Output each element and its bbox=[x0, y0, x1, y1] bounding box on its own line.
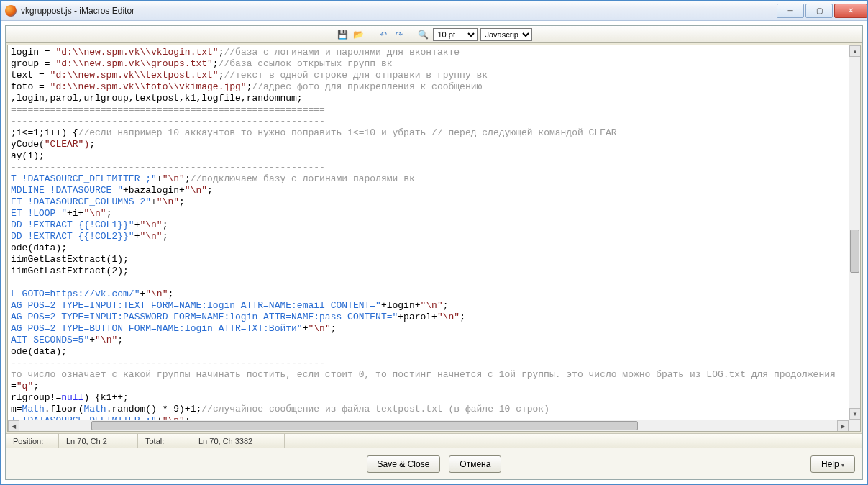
minimize-button[interactable]: ─ bbox=[777, 4, 804, 18]
language-select[interactable]: Javascript bbox=[480, 28, 532, 41]
chevron-down-icon: ▾ bbox=[841, 462, 844, 468]
status-position-label: Position: bbox=[6, 434, 59, 448]
find-icon[interactable]: 🔍 bbox=[417, 28, 430, 41]
horizontal-scrollbar[interactable]: ◀ ▶ bbox=[8, 420, 849, 431]
editor-area[interactable]: login = "d:\\new.spm.vk\\vklogin.txt";//… bbox=[7, 45, 861, 432]
status-total-label: Total: bbox=[138, 434, 191, 448]
status-total-value: Ln 70, Ch 3382 bbox=[191, 434, 285, 448]
scroll-right-arrow[interactable]: ▶ bbox=[837, 420, 849, 432]
scroll-left-arrow[interactable]: ◀ bbox=[8, 420, 19, 432]
code-pane[interactable]: login = "d:\\new.spm.vk\\vklogin.txt";//… bbox=[8, 45, 849, 420]
title-bar: vkgruppost.js - iMacros Editor ─ ▢ ✕ bbox=[1, 1, 867, 21]
vertical-scrollbar[interactable]: ▲ ▼ bbox=[849, 45, 860, 420]
undo-icon[interactable]: ↶ bbox=[377, 28, 390, 41]
open-icon[interactable]: 📂 bbox=[352, 28, 365, 41]
fontsize-select[interactable]: 10 pt bbox=[433, 28, 478, 41]
maximize-button[interactable]: ▢ bbox=[805, 4, 833, 18]
cancel-button[interactable]: Отмена bbox=[449, 455, 501, 473]
scroll-down-arrow[interactable]: ▼ bbox=[849, 408, 861, 420]
scroll-corner bbox=[849, 420, 860, 431]
window-title: vkgruppost.js - iMacros Editor bbox=[21, 6, 775, 16]
status-bar: Position: Ln 70, Ch 2 Total: Ln 70, Ch 3… bbox=[6, 433, 862, 448]
scroll-up-arrow[interactable]: ▲ bbox=[849, 45, 861, 57]
status-position-value: Ln 70, Ch 2 bbox=[59, 434, 138, 448]
toolbar: 💾 📂 ↶ ↷ 🔍 10 pt Javascript bbox=[6, 26, 862, 43]
save-icon[interactable]: 💾 bbox=[337, 28, 350, 41]
help-button[interactable]: Help ▾ bbox=[810, 455, 855, 473]
save-close-button[interactable]: Save & Close bbox=[367, 455, 441, 473]
redo-icon[interactable]: ↷ bbox=[393, 28, 406, 41]
close-button[interactable]: ✕ bbox=[834, 4, 867, 18]
scroll-thumb-vertical[interactable] bbox=[850, 230, 859, 273]
firefox-icon bbox=[5, 5, 17, 17]
footer: Save & Close Отмена Help ▾ bbox=[6, 448, 862, 479]
scroll-thumb-horizontal[interactable] bbox=[91, 421, 638, 430]
